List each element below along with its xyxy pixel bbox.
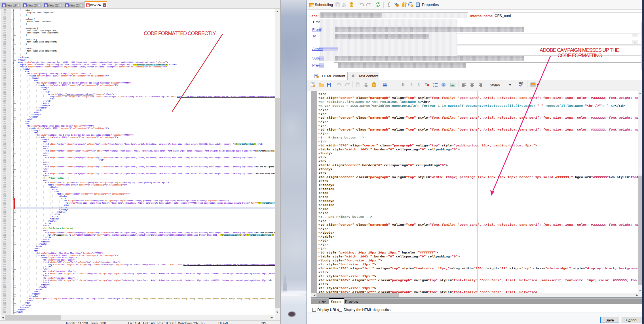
svg-text:B: B bbox=[402, 82, 404, 87]
svg-text:T: T bbox=[425, 82, 427, 86]
svg-text:A: A bbox=[352, 73, 355, 78]
svg-text:I: I bbox=[410, 82, 412, 87]
svg-text:ABC: ABC bbox=[519, 82, 523, 84]
svg-text:U: U bbox=[418, 82, 421, 86]
